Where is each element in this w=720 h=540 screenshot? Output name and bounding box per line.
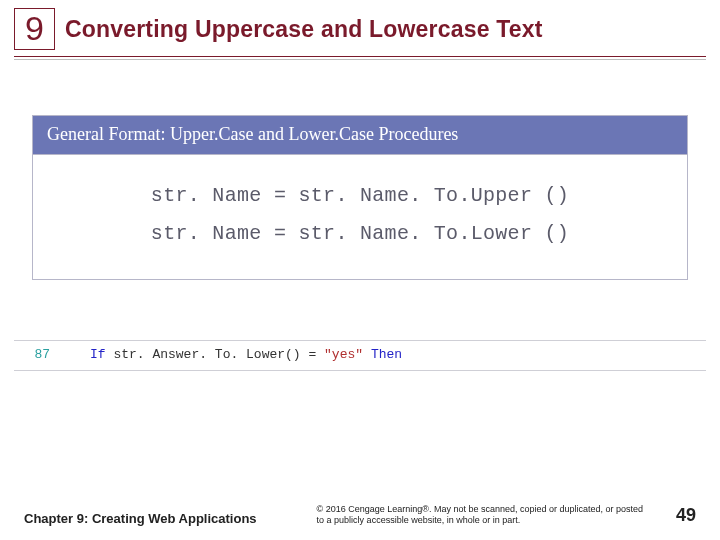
code-line-2: str. Name = str. Name. To.Lower ()	[33, 215, 687, 253]
keyword-then: Then	[363, 347, 402, 362]
figure-body: str. Name = str. Name. To.Upper () str. …	[33, 155, 687, 279]
line-number: 87	[14, 347, 50, 362]
snippet-line: 87 If str. Answer. To. Lower() = "yes" T…	[14, 343, 706, 368]
page-number: 49	[676, 505, 696, 526]
slide-header: 9 Converting Uppercase and Lowercase Tex…	[0, 0, 720, 50]
snippet-rule-bottom	[14, 370, 706, 371]
header-rule-primary	[14, 56, 706, 57]
snippet-op: =	[308, 347, 324, 362]
code-line-1: str. Name = str. Name. To.Upper ()	[33, 177, 687, 215]
snippet-rule-top	[14, 340, 706, 341]
page-title: Converting Uppercase and Lowercase Text	[65, 16, 543, 43]
snippet-code: If str. Answer. To. Lower() = "yes" Then	[90, 347, 402, 362]
snippet-expr: str. Answer. To. Lower()	[106, 347, 309, 362]
keyword-if: If	[90, 347, 106, 362]
general-format-figure: General Format: Upper.Case and Lower.Cas…	[32, 115, 688, 280]
chapter-label: Chapter 9: Creating Web Applications	[24, 511, 257, 526]
header-rule-secondary	[14, 59, 706, 60]
figure-heading: General Format: Upper.Case and Lower.Cas…	[33, 116, 687, 155]
slide-footer: Chapter 9: Creating Web Applications © 2…	[0, 504, 720, 527]
chapter-number-box: 9	[14, 8, 55, 50]
chapter-number: 9	[25, 11, 44, 45]
copyright-text: © 2016 Cengage Learning®. May not be sca…	[317, 504, 646, 527]
string-literal: "yes"	[324, 347, 363, 362]
code-snippet: 87 If str. Answer. To. Lower() = "yes" T…	[0, 340, 720, 371]
